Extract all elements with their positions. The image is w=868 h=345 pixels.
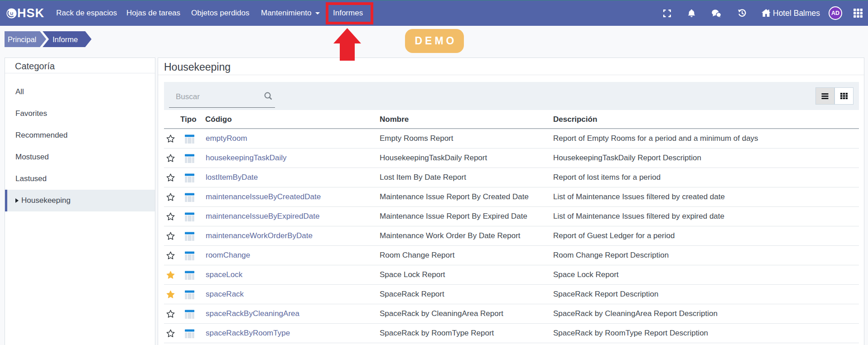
svg-text:U: U	[10, 11, 13, 16]
svg-text:Principal: Principal	[8, 35, 36, 43]
svg-text:Informe: Informe	[53, 35, 78, 43]
